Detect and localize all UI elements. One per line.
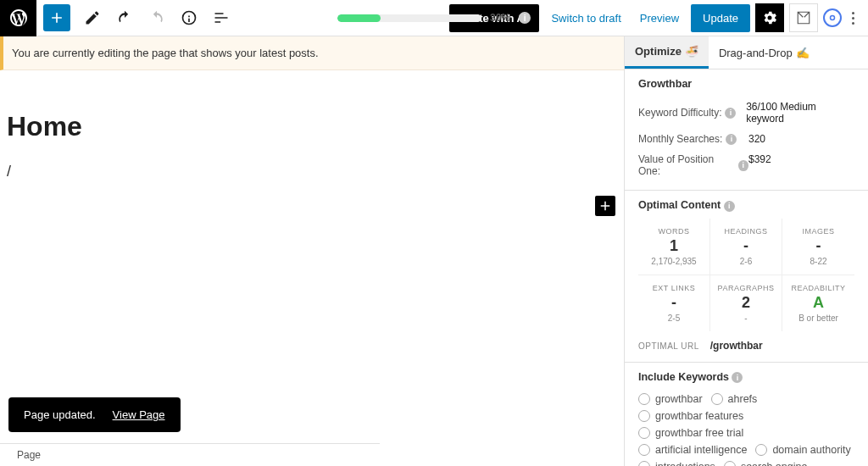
main-area: You are currently editing the page that … <box>0 36 868 466</box>
optimal-content-section: Optimal Content i WORDS12,170-2,935HEADI… <box>625 191 868 363</box>
radio-icon <box>638 461 650 466</box>
panel-toggle-button[interactable] <box>789 3 818 32</box>
keyword-option[interactable]: growthbar <box>638 393 703 405</box>
tab-dragdrop[interactable]: Drag-and-Drop✍️ <box>709 36 820 69</box>
tab-optimize[interactable]: Optimize🍜 <box>625 36 709 69</box>
include-keywords-section: Include Keywords i growthbarahrefsgrowth… <box>625 363 868 467</box>
update-button[interactable]: Update <box>691 4 750 32</box>
metric-images: IMAGES-8-22 <box>782 219 854 275</box>
outline-button[interactable] <box>206 3 236 33</box>
radio-icon <box>638 410 650 422</box>
undo-button[interactable] <box>109 3 140 33</box>
toast-link[interactable]: View Page <box>113 408 165 421</box>
keyword-option[interactable]: growthbar free trial <box>638 427 743 439</box>
block-placeholder[interactable]: / <box>7 163 617 180</box>
info-icon[interactable]: i <box>738 160 748 171</box>
redo-button[interactable] <box>142 3 172 33</box>
more-menu[interactable] <box>847 12 860 25</box>
info-button[interactable] <box>174 3 204 33</box>
metric-words: WORDS12,170-2,935 <box>638 219 710 275</box>
keyword-option[interactable]: search engine <box>724 461 808 466</box>
add-block-button[interactable] <box>43 4 70 31</box>
keyword-option[interactable]: growthbar features <box>638 410 743 422</box>
settings-button[interactable] <box>755 3 784 32</box>
radio-icon <box>638 444 650 456</box>
settings-sidebar: Optimize🍜 Drag-and-Drop✍️ Growthbar Keyw… <box>624 36 868 466</box>
info-icon[interactable]: i <box>726 134 737 145</box>
info-icon[interactable]: i <box>725 108 736 119</box>
progress-info-icon[interactable]: i <box>519 12 531 24</box>
top-toolbar: 30% i Write with AI Switch to draft Prev… <box>0 0 868 36</box>
include-keywords-heading: Include Keywords i <box>638 371 854 384</box>
notice-banner: You are currently editing the page that … <box>0 36 624 70</box>
metric-headings: HEADINGS-2-6 <box>710 219 782 275</box>
edit-tool-button[interactable] <box>77 3 108 33</box>
breadcrumb[interactable]: Page <box>17 449 41 461</box>
inline-add-button[interactable] <box>595 196 615 216</box>
radio-icon <box>638 427 650 439</box>
bowl-icon: 🍜 <box>685 45 698 58</box>
optimal-url-row: OPTIMAL URL /growthbar <box>638 331 854 353</box>
toast-message: Page updated. <box>24 408 96 421</box>
preview-link[interactable]: Preview <box>633 7 686 30</box>
info-icon[interactable]: i <box>732 372 743 383</box>
optimal-content-heading: Optimal Content i <box>638 199 854 212</box>
value-position-row: Value of Position One:i $392 <box>638 149 854 181</box>
page-title[interactable]: Home <box>7 111 617 142</box>
metric-readability: READABILITYAB or better <box>782 275 854 331</box>
keyword-option[interactable]: domain authority <box>755 444 850 456</box>
metric-paragraphs: PARAGRAPHS2- <box>710 275 782 331</box>
radio-icon <box>711 393 723 405</box>
keyword-option[interactable]: artificial intelligence <box>638 444 747 456</box>
growthbar-heading: Growthbar <box>638 78 854 90</box>
info-icon[interactable]: i <box>724 201 735 212</box>
sidebar-tabs: Optimize🍜 Drag-and-Drop✍️ <box>625 36 868 69</box>
switch-draft-link[interactable]: Switch to draft <box>544 7 627 30</box>
wp-logo[interactable] <box>0 0 36 36</box>
monthly-searches-row: Monthly Searches:i 320 <box>638 129 854 149</box>
breadcrumb-footer: Page <box>0 443 380 466</box>
toast-notification: Page updated. View Page <box>8 397 181 432</box>
keyword-option[interactable]: ahrefs <box>711 393 758 405</box>
metric-ext-links: EXT LINKS-2-5 <box>638 275 710 331</box>
toolbar-tools <box>77 3 236 33</box>
progress-percent: 30% <box>490 12 510 24</box>
growthbar-section: Growthbar Keyword Difficulty:i 36/100 Me… <box>625 69 868 191</box>
svg-point-0 <box>831 16 835 20</box>
radio-icon <box>755 444 767 456</box>
keyword-option[interactable]: introductions <box>638 461 715 466</box>
radio-icon <box>638 393 650 405</box>
pencil-icon: ✍️ <box>796 47 810 59</box>
progress-indicator: 30% i <box>337 12 531 24</box>
editor-canvas[interactable]: You are currently editing the page that … <box>0 36 624 466</box>
notice-text: You are currently editing the page that … <box>12 47 319 59</box>
radio-icon <box>724 461 736 466</box>
keyword-difficulty-row: Keyword Difficulty:i 36/100 Medium keywo… <box>638 97 854 129</box>
plugin-icon[interactable] <box>823 8 842 27</box>
